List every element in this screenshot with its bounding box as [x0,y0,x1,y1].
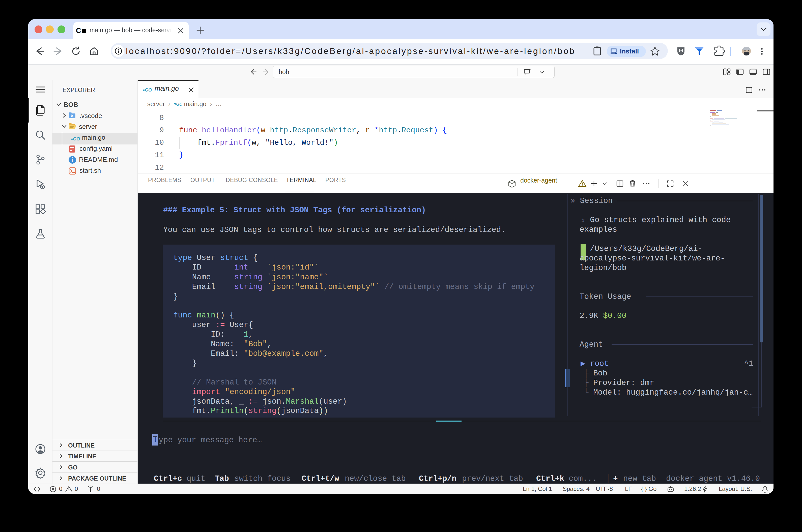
svg-text:GO: GO [145,88,152,93]
svg-text:GO: GO [176,102,182,107]
svg-text:GO: GO [73,136,80,141]
